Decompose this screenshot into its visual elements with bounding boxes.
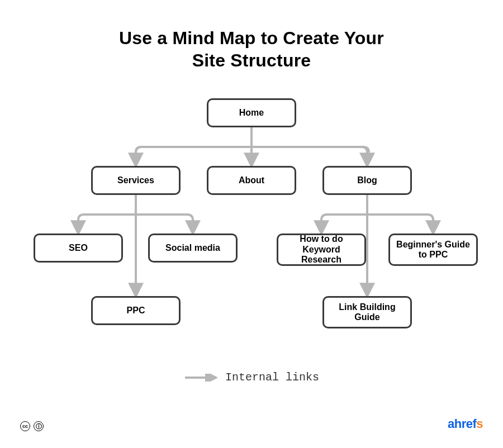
- node-ppc: PPC: [91, 296, 181, 325]
- cc-icon: cc: [20, 421, 30, 431]
- node-blog: Blog: [322, 166, 412, 195]
- brand-text-main: ahref: [448, 417, 476, 431]
- page-title: Use a Mind Map to Create YourSite Struct…: [0, 27, 503, 72]
- node-home: Home: [207, 98, 296, 127]
- node-social-media: Social media: [148, 233, 238, 263]
- node-link-building-guide: Link Building Guide: [322, 296, 412, 328]
- node-beginners-guide-ppc: Beginner's Guide to PPC: [388, 233, 478, 266]
- brand-logo: ahrefs: [448, 417, 483, 431]
- legend-label: Internal links: [225, 371, 319, 384]
- legend-arrow-icon: [184, 374, 217, 382]
- node-services: Services: [91, 166, 181, 195]
- node-seo: SEO: [34, 233, 123, 263]
- node-howto-keyword-research: How to do Keyword Research: [277, 233, 366, 266]
- license-badges: cc ⓘ: [20, 421, 44, 431]
- node-about: About: [207, 166, 296, 195]
- brand-text-accent: s: [476, 417, 483, 431]
- attribution-icon: ⓘ: [34, 421, 44, 431]
- legend: Internal links: [0, 371, 503, 384]
